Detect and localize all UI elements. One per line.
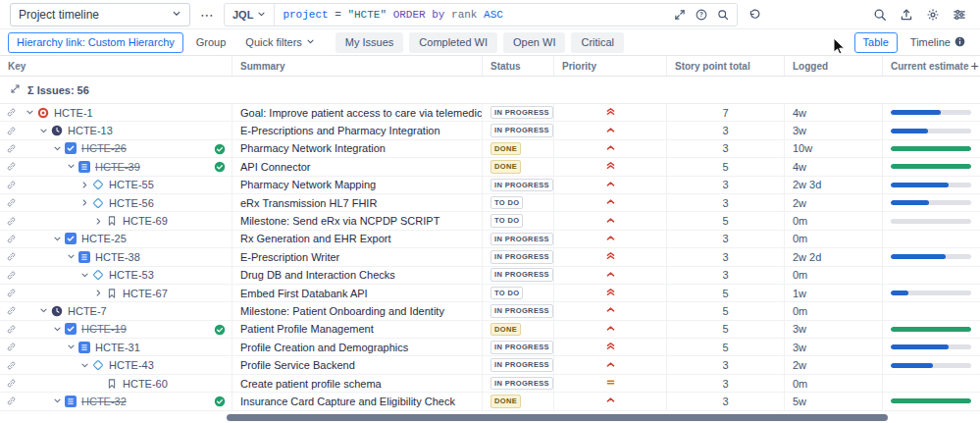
collapse-chevron-icon[interactable] [52,235,62,243]
story-points-cell[interactable]: 3 [667,177,785,193]
logged-cell[interactable]: 3w [785,122,883,138]
key-cell[interactable]: HCTE-13 [0,122,232,138]
summary-cell[interactable]: Patient Profile Management [232,321,483,338]
collapse-chevron-icon[interactable] [25,108,34,117]
priority-cell[interactable] [554,104,667,121]
table-row[interactable]: HCTE-19 Patient Profile Management DONE … [0,321,980,339]
issue-key[interactable]: HCTE-38 [95,251,140,263]
link-icon[interactable] [6,107,17,118]
priority-cell[interactable] [554,375,667,392]
issue-key[interactable]: HCTE-7 [68,305,107,317]
link-icon[interactable] [6,126,17,136]
summary-cell[interactable]: Milestone: Patient Onboarding and Identi… [232,302,483,319]
table-row[interactable]: HCTE-67 Embed First Databank API TO DO 5… [0,285,980,302]
collapse-chevron-icon[interactable] [66,252,76,261]
estimate-cell[interactable] [883,339,980,355]
logged-cell[interactable]: 3w [785,321,883,338]
priority-cell[interactable] [554,321,667,338]
collapse-chevron-icon[interactable] [38,127,48,135]
link-icon[interactable] [6,360,17,371]
logged-cell[interactable]: 5w [785,393,883,409]
logged-cell[interactable]: 0m [785,375,883,392]
priority-cell[interactable] [554,248,667,265]
collapse-chevron-icon[interactable] [38,306,48,315]
link-icon[interactable] [6,234,17,244]
estimate-cell[interactable] [883,231,980,247]
summary-cell[interactable]: Goal: Improve patient access to care via… [232,104,483,121]
column-header-summary[interactable]: Summary [232,56,483,76]
collapse-chevron-icon[interactable] [52,325,62,334]
table-row[interactable]: HCTE-53 Drug DB and Interaction Checks I… [0,267,980,285]
table-row[interactable]: HCTE-69 Milestone: Send eRx via NCPDP SC… [0,212,980,230]
link-icon[interactable] [6,324,17,335]
issue-key[interactable]: HCTE-60 [123,378,168,390]
expand-chevron-icon[interactable] [79,198,89,207]
collapse-chevron-icon[interactable] [66,343,76,351]
priority-cell[interactable] [554,302,667,319]
logged-cell[interactable]: 0m [785,302,883,319]
column-header-story-point-total[interactable]: Story point total [667,56,785,76]
settings-sliders-icon[interactable] [953,8,966,22]
expand-chevron-icon[interactable] [93,217,103,226]
estimate-cell[interactable] [883,267,980,284]
filter-critical-button[interactable]: Critical [571,32,624,53]
status-cell[interactable]: IN PROGRESS [483,122,554,138]
key-cell[interactable]: HCTE-38 [0,248,232,265]
table-row[interactable]: HCTE-39 API Connector DONE 5 4w [0,158,980,176]
status-cell[interactable]: IN PROGRESS [483,231,554,247]
collapse-chevron-icon[interactable] [52,144,62,153]
priority-cell[interactable] [554,158,667,175]
collapse-chevron-icon[interactable] [79,271,89,280]
story-points-cell[interactable]: 3 [667,356,785,373]
priority-cell[interactable] [554,122,667,138]
summary-cell[interactable]: Embed First Databank API [232,285,483,301]
link-icon[interactable] [6,197,17,208]
table-row[interactable]: HCTE-32 Insurance Card Capture and Eligi… [0,393,980,410]
key-cell[interactable]: HCTE-1 [0,104,232,121]
story-points-cell[interactable]: 7 [667,104,785,121]
key-cell[interactable]: HCTE-55 [0,177,232,193]
export-icon[interactable] [900,8,913,22]
add-column-button[interactable]: + [968,59,980,73]
quick-filters-button[interactable]: Quick filters [238,32,321,53]
story-points-cell[interactable]: 3 [667,194,785,211]
logged-cell[interactable]: 2w [785,194,883,211]
collapse-chevron-icon[interactable] [79,361,89,370]
summary-cell[interactable]: Insurance Card Capture and Eligibility C… [232,393,483,409]
story-points-cell[interactable]: 5 [667,158,785,175]
status-cell[interactable]: IN PROGRESS [483,248,554,265]
table-row[interactable]: HCTE-55 Pharmacy Network Mapping IN PROG… [0,177,980,194]
summary-cell[interactable]: Pharmacy Network Mapping [232,177,483,193]
estimate-cell[interactable] [883,140,980,157]
status-cell[interactable]: TO DO [483,194,554,211]
summary-cell[interactable]: Pharmacy Network Integration [232,140,483,157]
collapse-chevron-icon[interactable] [66,162,76,171]
status-cell[interactable]: TO DO [483,285,554,301]
expand-chevron-icon[interactable] [93,289,103,297]
jql-mode-selector[interactable]: JQL [225,4,275,26]
logged-cell[interactable]: 0m [785,231,883,247]
issue-key[interactable]: HCTE-67 [123,288,168,299]
status-cell[interactable]: IN PROGRESS [483,375,554,392]
issue-key[interactable]: HCTE-32 [81,396,127,407]
key-cell[interactable]: HCTE-19 [0,321,232,338]
story-points-cell[interactable]: 5 [667,285,785,301]
undo-icon[interactable] [744,4,765,26]
issue-key[interactable]: HCTE-53 [109,269,154,281]
status-cell[interactable]: IN PROGRESS [483,104,554,121]
link-icon[interactable] [6,305,17,316]
story-points-cell[interactable]: 5 [667,302,785,319]
summary-cell[interactable]: E-Prescription Writer [232,248,483,265]
gear-icon[interactable] [926,8,940,22]
issue-key[interactable]: HCTE-25 [81,233,127,244]
story-points-cell[interactable]: 5 [667,339,785,355]
estimate-cell[interactable] [883,248,980,265]
expand-chevron-icon[interactable] [79,181,89,189]
estimate-cell[interactable] [883,177,980,193]
priority-cell[interactable] [554,339,667,355]
summary-cell[interactable]: Profile Service Backend [232,356,483,373]
status-cell[interactable]: DONE [483,140,554,157]
priority-cell[interactable] [554,177,667,193]
logged-cell[interactable]: 0m [785,267,883,284]
summary-cell[interactable]: eRx Transmission HL7 FHIR [232,194,483,211]
